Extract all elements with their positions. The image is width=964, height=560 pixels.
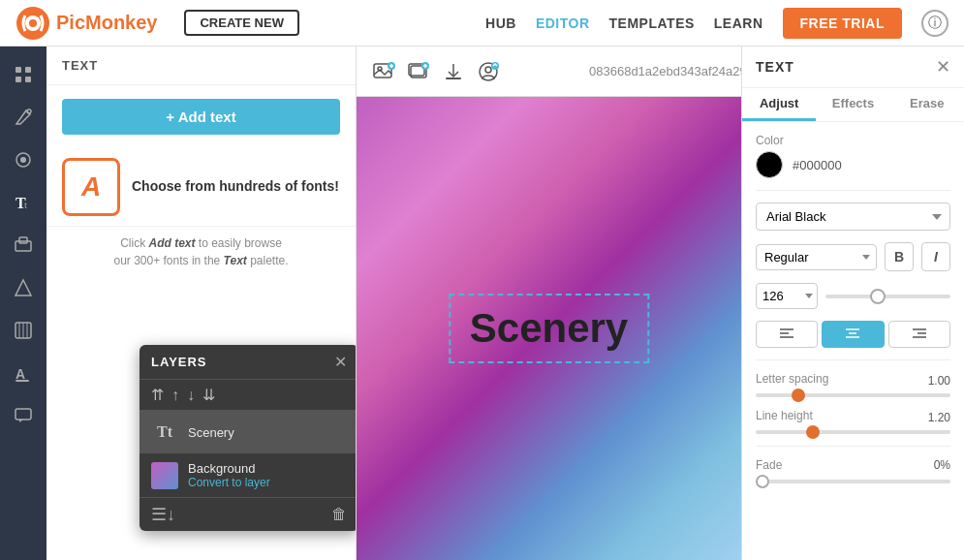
svg-point-9 [20, 157, 26, 163]
svg-point-7 [27, 109, 31, 113]
align-row [756, 321, 950, 348]
panel-tabs: Adjust Effects Erase [742, 88, 964, 122]
create-new-button[interactable]: CREATE NEW [184, 10, 298, 36]
sidebar-icon-effects[interactable] [5, 56, 42, 93]
nav-editor[interactable]: EDITOR [536, 16, 590, 31]
layer-item-background[interactable]: Background Convert to layer [140, 453, 357, 497]
move-down-button[interactable]: ↓ [187, 387, 195, 404]
sidebar-icon-texture[interactable] [5, 312, 42, 349]
color-swatch[interactable] [756, 151, 783, 178]
svg-marker-14 [16, 280, 31, 296]
align-right-button[interactable] [888, 321, 950, 348]
right-panel: TEXT ✕ Adjust Effects Erase Color #00000… [741, 47, 964, 560]
font-promo-icon: A [62, 158, 120, 216]
sidebar-icons: T t A [0, 47, 47, 560]
download-button[interactable] [442, 54, 465, 89]
canvas-image: Scenery [357, 97, 741, 560]
font-style-select[interactable]: Regular [756, 244, 877, 270]
nav-templates[interactable]: TEMPLATES [609, 16, 695, 31]
nav-hub[interactable]: HUB [485, 16, 516, 31]
color-label: Color [756, 134, 950, 147]
svg-rect-3 [16, 67, 21, 73]
svg-point-2 [29, 19, 37, 27]
align-center-button[interactable] [822, 321, 884, 348]
tab-effects[interactable]: Effects [816, 88, 889, 121]
tab-erase[interactable]: Erase [890, 88, 964, 121]
svg-rect-21 [16, 409, 31, 420]
svg-rect-13 [19, 237, 27, 243]
fade-value: 0% [934, 458, 950, 476]
text-box[interactable]: Scenery [449, 294, 649, 363]
font-hint: Click Add text to easily browseour 300+ … [47, 227, 356, 277]
svg-point-34 [485, 67, 491, 73]
layer-name-background: Background [188, 461, 270, 476]
tab-adjust[interactable]: Adjust [742, 88, 816, 121]
move-up-button[interactable]: ↑ [171, 387, 179, 404]
layer-convert-link[interactable]: Convert to layer [188, 476, 270, 489]
svg-rect-6 [25, 77, 31, 82]
right-panel-title: TEXT [756, 59, 794, 75]
font-size-slider[interactable] [825, 295, 950, 298]
layers-stack-button[interactable]: ☰↓ [151, 504, 175, 525]
sidebar-icon-speech[interactable] [5, 397, 42, 434]
layer-name-scenery: Scenery [188, 425, 234, 440]
profile-icon[interactable]: ⓘ [921, 10, 948, 37]
font-select[interactable]: Arial Black [756, 202, 950, 231]
left-panel: TEXT + Add text A Choose from hundreds o… [47, 47, 357, 560]
logo-text: PicMonkey [56, 12, 157, 34]
add-image-button[interactable] [372, 54, 395, 89]
free-trial-button[interactable]: FREE TRIAL [783, 8, 902, 39]
canvas-toolbar: 083668d1a2ebd343af24a29 Changes saved [357, 47, 741, 97]
panel-header: TEXT [47, 47, 356, 85]
share-button[interactable] [477, 54, 500, 89]
svg-text:t: t [24, 199, 27, 210]
svg-text:A: A [16, 366, 25, 382]
sidebar-icon-brush[interactable]: A [5, 355, 42, 391]
sidebar-icon-text[interactable]: T t [5, 184, 42, 221]
font-promo: A Choose from hundreds of fonts! [47, 148, 356, 227]
sidebar-icon-overlays[interactable] [5, 141, 42, 178]
font-promo-text: Choose from hundreds of fonts! [132, 177, 339, 197]
color-hex: #000000 [793, 158, 842, 172]
svg-rect-4 [25, 67, 31, 73]
align-left-button[interactable] [756, 321, 818, 348]
layer-item-scenery[interactable]: Tt Scenery [140, 411, 357, 453]
sidebar-icon-frames[interactable] [5, 227, 42, 264]
letter-spacing-value: 1.00 [928, 374, 950, 388]
nav-learn[interactable]: LEARN [714, 16, 763, 31]
canvas-text[interactable]: Scenery [470, 305, 628, 351]
layers-panel: LAYERS ✕ ⇈ ↑ ↓ ⇊ Tt Scenery Background [140, 345, 357, 531]
layers-close-button[interactable]: ✕ [334, 353, 347, 371]
sidebar-icon-graphics[interactable] [5, 269, 42, 306]
add-layer-button[interactable] [407, 54, 430, 89]
svg-rect-5 [16, 77, 21, 82]
layers-title: LAYERS [151, 355, 207, 369]
line-height-label: Line height [756, 409, 813, 422]
logo[interactable]: PicMonkey [16, 6, 157, 41]
canvas-content[interactable]: Scenery [357, 97, 741, 560]
sidebar-icon-touchup[interactable] [5, 99, 42, 136]
svg-rect-32 [446, 78, 461, 79]
font-size-select[interactable]: 126 [756, 283, 818, 309]
layers-delete-button[interactable]: 🗑 [331, 506, 347, 523]
file-id: 083668d1a2ebd343af24a29 [589, 64, 741, 78]
line-height-value: 1.20 [928, 411, 950, 424]
layers-order-buttons: ⇈ ↑ ↓ ⇊ [140, 380, 357, 411]
letter-spacing-slider[interactable] [756, 393, 950, 397]
layer-thumb-text: Tt [151, 419, 178, 446]
line-height-slider[interactable] [756, 430, 950, 434]
fade-label: Fade [756, 458, 782, 472]
bold-button[interactable]: B [885, 242, 914, 271]
move-top-button[interactable]: ⇈ [151, 386, 164, 404]
canvas-area: 083668d1a2ebd343af24a29 Changes saved Sc… [357, 47, 741, 560]
italic-button[interactable]: I [921, 242, 950, 271]
move-bottom-button[interactable]: ⇊ [202, 386, 215, 404]
layer-thumb-bg [151, 462, 178, 489]
right-panel-close-button[interactable]: ✕ [936, 56, 950, 78]
add-text-button[interactable]: + Add text [62, 99, 340, 135]
svg-rect-20 [16, 380, 29, 382]
fade-slider[interactable] [756, 480, 950, 483]
letter-spacing-label: Letter spacing [756, 372, 828, 386]
